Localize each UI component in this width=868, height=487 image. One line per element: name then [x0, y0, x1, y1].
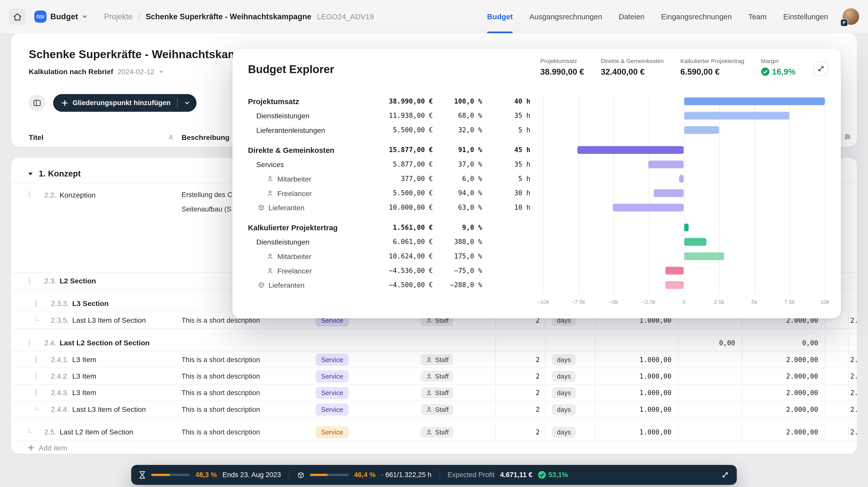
tab-budget[interactable]: Budget	[487, 0, 513, 33]
workspace-switcher[interactable]: OS/ Budget	[34, 10, 87, 23]
user-avatar[interactable]: P	[843, 8, 859, 25]
tab-team[interactable]: Team	[748, 0, 767, 33]
add-outline-point-button[interactable]: Gliederungspunkt hinzufügen	[53, 99, 177, 107]
explorer-row[interactable]: Freelancer−4.536,00 €−75,0 %	[232, 264, 841, 278]
explorer-row[interactable]: Lieferanten−4.500,00 €−288,0 %	[232, 278, 841, 292]
row-quantity[interactable]: 2	[495, 424, 545, 440]
explorer-rows: Projektumsatz38.990,00 €100,0 %40 hDiens…	[232, 94, 841, 292]
person-icon	[426, 389, 432, 396]
service-cell: Service	[313, 424, 417, 440]
staff-chip[interactable]: Staff	[421, 404, 454, 415]
explorer-row[interactable]: Mitarbeiter10.624,00 €175,0 %	[232, 249, 841, 264]
row-title: 2.3.5.Last L3 Item of Section	[36, 312, 146, 328]
explorer-row-pct: 100,0 %	[433, 98, 482, 105]
table-row[interactable]: 2.4.1.L3 ItemThis is a short description…	[11, 351, 857, 368]
explorer-row[interactable]: Services5.877,00 €37,0 %35 h	[232, 157, 841, 172]
breadcrumb-projects-link[interactable]: Projekte	[104, 12, 132, 21]
calculation-selector[interactable]: Kalkulation nach Rebrief 2024-02-12	[29, 68, 164, 76]
row-quantity[interactable]: 2	[495, 385, 545, 401]
explorer-row[interactable]: Kalkulierter Projektertrag1.561,00 €9,0 …	[232, 220, 841, 235]
table-row[interactable]: 2.4.2.L3 ItemThis is a short description…	[11, 368, 857, 385]
row-unit-price[interactable]: 1.000,00	[595, 368, 677, 384]
add-outline-point-caret[interactable]	[178, 100, 196, 106]
explorer-row-value: 10.000,00 €	[386, 204, 433, 212]
staff-chip[interactable]: Staff	[421, 370, 454, 382]
explorer-row[interactable]: Mitarbeiter377,00 €6,0 %5 h	[232, 172, 841, 186]
explorer-row[interactable]: Direkte & Gemeinkosten15.877,00 €91,0 %4…	[232, 143, 841, 157]
explorer-row-label: Lieferantenleistungen	[248, 126, 386, 134]
table-row[interactable]: 2.4.Last L2 Section of Section0,000,00	[11, 335, 857, 351]
explorer-row[interactable]: Freelancer5.500,00 €94,0 %30 h	[232, 186, 841, 200]
avatar-badge: P	[840, 19, 848, 27]
row-title: 2.4.4.Last L3 Item of Section	[36, 401, 146, 417]
explorer-row[interactable]: Lieferanten10.000,00 €63,0 %10 h	[232, 200, 841, 215]
explorer-row-pct: 37,0 %	[433, 160, 482, 168]
elbow-marker	[29, 428, 32, 432]
service-badge[interactable]: Service	[315, 387, 349, 399]
row-unit-price[interactable]: 1.000,00	[595, 401, 677, 417]
service-badge[interactable]: Service	[315, 426, 349, 438]
unit-chip[interactable]: days	[552, 370, 576, 382]
home-button[interactable]	[9, 8, 25, 25]
person-icon	[426, 406, 432, 413]
expander-triangle-icon[interactable]	[28, 171, 33, 176]
row-unit-price[interactable]: 1.000,00	[595, 351, 677, 367]
statusbar-expand-button[interactable]	[721, 471, 729, 479]
table-row[interactable]: 2.5.Last L2 Item of SectionThis is a sho…	[11, 424, 857, 441]
row-unit-price[interactable]: 1.000,00	[595, 424, 677, 440]
column-separator	[848, 368, 848, 384]
add-item-button[interactable]: Add item	[11, 441, 857, 454]
sort-a-indicator[interactable]: A	[169, 134, 173, 141]
axis-tick-label: 10k	[820, 299, 829, 305]
row-quantity[interactable]: 2	[495, 401, 545, 417]
explorer-row[interactable]: Lieferantenleistungen5.500,00 €32,0 %5 h	[232, 123, 841, 137]
unit-chip[interactable]: days	[552, 354, 576, 365]
expand-icon	[817, 65, 825, 73]
service-badge[interactable]: Service	[315, 370, 349, 382]
column-separator	[678, 401, 679, 417]
tab-eingangsrechnungen[interactable]: Eingangsrechnungen	[661, 0, 732, 33]
sidebar-toggle-button[interactable]	[29, 95, 45, 111]
row-number: 2.5.	[44, 428, 56, 436]
staff-cell: Staff	[418, 368, 494, 384]
row-name: Konzeption	[60, 191, 96, 199]
chart-row-cell	[543, 157, 825, 172]
row-quantity[interactable]: 2	[495, 368, 545, 384]
modal-expand-button[interactable]	[813, 61, 829, 76]
unit-chip[interactable]: days	[552, 404, 576, 415]
staff-chip[interactable]: Staff	[421, 387, 454, 398]
row-title: 2.4.1.L3 Item	[36, 351, 96, 367]
column-separator	[678, 385, 679, 401]
columns-icon[interactable]	[844, 133, 851, 141]
chart-row-cell	[543, 200, 825, 215]
chart-row-cell	[543, 94, 825, 109]
row-quantity[interactable]: 2	[495, 351, 545, 367]
unit-chip[interactable]: days	[552, 387, 576, 398]
explorer-row-pct: 175,0 %	[433, 252, 482, 260]
unit-cell: days	[545, 401, 595, 417]
unit-chip[interactable]: days	[552, 427, 576, 438]
calculation-label: Kalkulation nach Rebrief	[29, 68, 113, 76]
tab-ausgangsrechnungen[interactable]: Ausgangsrechnungen	[529, 0, 602, 33]
row-total: 2.000,00	[742, 424, 824, 440]
service-badge[interactable]: Service	[315, 403, 349, 415]
staff-cell: Staff	[418, 385, 494, 401]
explorer-row[interactable]: Dienstleistungen6.061,00 €388,0 %	[232, 235, 841, 249]
staff-chip[interactable]: Staff	[421, 354, 454, 365]
explorer-row[interactable]: Projektumsatz38.990,00 €100,0 %40 h	[232, 94, 841, 109]
unit-cell: days	[545, 368, 595, 384]
explorer-row-label: Lieferanten	[248, 281, 386, 289]
staff-chip[interactable]: Staff	[421, 427, 454, 438]
tab-dateien[interactable]: Dateien	[619, 0, 645, 33]
table-row[interactable]: 2.4.3.L3 ItemThis is a short description…	[11, 385, 857, 401]
tab-einstellungen[interactable]: Einstellungen	[783, 0, 828, 33]
chart-bar	[684, 98, 825, 105]
check-circle-icon	[538, 471, 546, 479]
explorer-row[interactable]: Dienstleistungen11.938,00 €68,0 %35 h	[232, 108, 841, 123]
person-icon	[426, 356, 432, 363]
row-unit-price[interactable]: 1.000,00	[595, 385, 677, 401]
table-row[interactable]: 2.4.4.Last L3 Item of SectionThis is a s…	[11, 401, 857, 418]
calculation-date: 2024-02-12	[118, 68, 154, 76]
service-badge[interactable]: Service	[315, 353, 349, 366]
explorer-row-label: Projektumsatz	[248, 97, 386, 106]
